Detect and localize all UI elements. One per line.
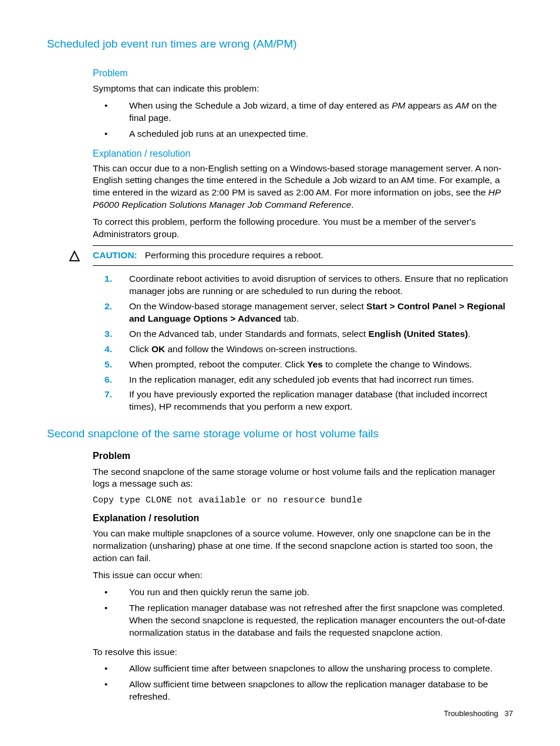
list-item: A scheduled job runs at an unexpected ti… xyxy=(104,128,513,140)
caution-label: CAUTION: xyxy=(93,250,137,260)
resolve-intro: To resolve this issue: xyxy=(93,646,513,659)
text: Click xyxy=(129,344,151,354)
footer-category: Troubleshooting xyxy=(444,709,498,718)
text-italic: PM xyxy=(392,100,405,110)
explanation-heading-2: Explanation / resolution xyxy=(93,512,513,525)
text: . xyxy=(468,329,470,339)
occur-intro: This issue can occur when: xyxy=(93,569,513,582)
text-bold: OK xyxy=(151,344,165,354)
text-italic: AM xyxy=(456,100,469,110)
explanation-body: You can make multiple snapclones of a so… xyxy=(93,528,513,565)
page-footer: Troubleshooting 37 xyxy=(444,708,513,719)
list-item: Allow sufficient time after between snap… xyxy=(104,663,513,675)
resolve-list: Allow sufficient time after between snap… xyxy=(104,663,513,703)
text: On the Advanced tab, under Standards and… xyxy=(129,329,369,339)
code-sample: Copy type CLONE not available or no reso… xyxy=(93,495,513,507)
problem-heading-1: Problem xyxy=(93,67,513,80)
text: This can occur due to a non-English sett… xyxy=(93,163,501,198)
section-heading-2: Second snapclone of the same storage vol… xyxy=(47,426,513,441)
problem-text: The second snapclone of the same storage… xyxy=(93,466,513,491)
text: When prompted, reboot the computer. Clic… xyxy=(129,359,307,369)
list-item: The replication manager database was not… xyxy=(104,602,513,639)
explanation-text: This can occur due to a non-English sett… xyxy=(93,163,513,212)
text-bold: English (United States) xyxy=(369,329,468,339)
text-bold: Yes xyxy=(307,359,323,369)
footer-page: 37 xyxy=(505,709,513,718)
occur-list: You run and then quickly rerun the same … xyxy=(104,586,513,639)
text: and follow the Windows on-screen instruc… xyxy=(165,344,357,354)
procedure-steps: Coordinate reboot activities to avoid di… xyxy=(104,273,513,413)
caution-content: CAUTION: Performing this procedure requi… xyxy=(93,249,513,262)
step-item: On the Window-based storage management s… xyxy=(104,301,513,325)
symptom-list: When using the Schedule a Job wizard, a … xyxy=(104,100,513,140)
step-item: If you have previously exported the repl… xyxy=(104,389,513,413)
separator xyxy=(93,245,513,246)
list-item: You run and then quickly rerun the same … xyxy=(104,586,513,599)
step-item: On the Advanced tab, under Standards and… xyxy=(104,328,513,340)
symptoms-intro: Symptoms that can indicate this problem: xyxy=(93,83,513,95)
text: When using the Schedule a Job wizard, a … xyxy=(129,100,392,110)
step-item: When prompted, reboot the computer. Clic… xyxy=(104,359,513,371)
caution-message: Performing this procedure requires a reb… xyxy=(145,250,323,260)
text: appears as xyxy=(405,100,455,110)
text: to complete the change to Windows. xyxy=(323,359,472,369)
text: . xyxy=(351,200,353,210)
text: tab. xyxy=(281,313,299,323)
step-item: In the replication manager, edit any sch… xyxy=(104,374,513,386)
caution-block: △ CAUTION: Performing this procedure req… xyxy=(69,249,513,262)
caution-icon: △ xyxy=(69,248,81,262)
explanation-text-2: To correct this problem, perform the fol… xyxy=(93,216,513,241)
explanation-heading-1: Explanation / resolution xyxy=(93,147,513,160)
section-heading-1: Scheduled job event run times are wrong … xyxy=(47,36,513,52)
separator xyxy=(93,265,513,266)
list-item: When using the Schedule a Job wizard, a … xyxy=(104,100,513,124)
step-item: Click OK and follow the Windows on-scree… xyxy=(104,343,513,356)
step-item: Coordinate reboot activities to avoid di… xyxy=(104,273,513,298)
problem-heading-2: Problem xyxy=(93,450,513,463)
text: On the Window-based storage management s… xyxy=(129,301,366,311)
list-item: Allow sufficient time between snapclones… xyxy=(104,679,513,703)
